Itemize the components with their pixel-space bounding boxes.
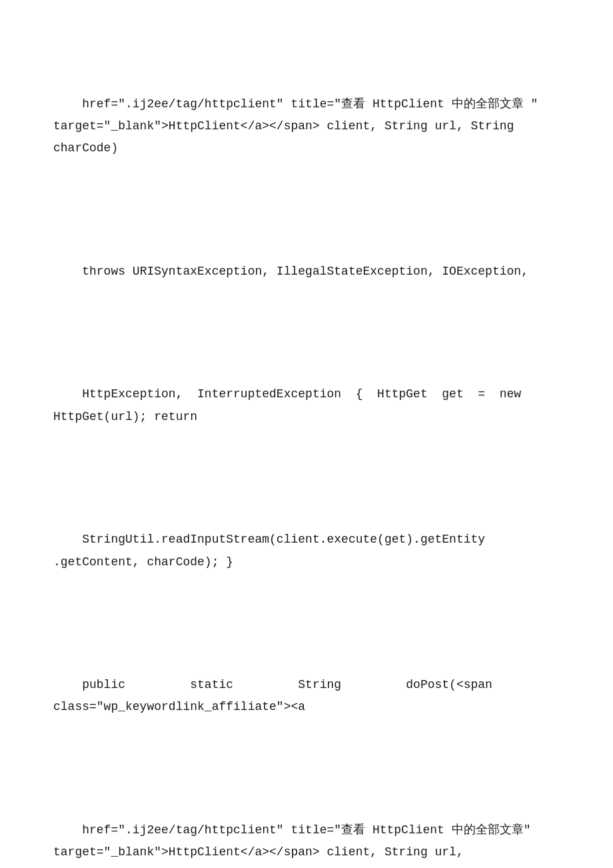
code-paragraph-0: href=".ij2ee/tag/httpclient" title="查看 H… (53, 71, 560, 182)
code-paragraph-5: href=".ij2ee/tag/httpclient" title="查看 H… (53, 797, 560, 869)
code-text-1: throws URISyntaxException, IllegalStateE… (82, 265, 528, 278)
code-content: href=".ij2ee/tag/httpclient" title="查看 H… (53, 27, 560, 868)
code-text-5: href=".ij2ee/tag/httpclient" title="查看 H… (53, 823, 538, 859)
code-text-3: StringUtil.readInputStream(client.execut… (53, 533, 492, 568)
code-text-0: href=".ij2ee/tag/httpclient" title="查看 H… (53, 97, 545, 155)
code-paragraph-3: StringUtil.readInputStream(client.execut… (53, 507, 560, 595)
code-text-4: public static String doPost(<span class=… (53, 678, 500, 713)
code-text-2: HttpException, InterruptedException { Ht… (53, 387, 528, 423)
code-paragraph-4: public static String doPost(<span class=… (53, 652, 560, 741)
code-paragraph-2: HttpException, InterruptedException { Ht… (53, 361, 560, 450)
code-paragraph-1: throws URISyntaxException, IllegalStateE… (53, 239, 560, 305)
